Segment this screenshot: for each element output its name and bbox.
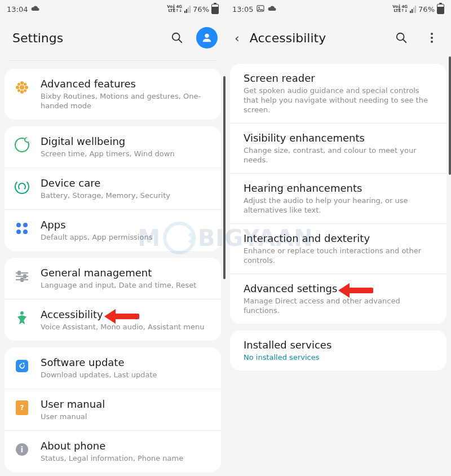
back-button[interactable]: ‹ xyxy=(232,31,242,45)
svg-point-6 xyxy=(16,86,19,89)
avatar-icon xyxy=(201,32,213,44)
svg-point-9 xyxy=(24,83,26,86)
row-title: Screen reader xyxy=(244,72,434,85)
settings-item-software-update[interactable]: Software update Download updates, Last u… xyxy=(5,347,221,389)
accessibility-item-visibility[interactable]: Visibility enhancements Change size, con… xyxy=(230,123,446,173)
row-title: Software update xyxy=(41,356,212,369)
search-button[interactable] xyxy=(390,27,413,49)
device-care-icon xyxy=(14,178,30,195)
software-update-icon xyxy=(14,358,30,374)
status-time: 13:04 xyxy=(7,5,28,14)
gear-flower-icon xyxy=(14,79,30,96)
status-time: 13:05 xyxy=(232,5,253,14)
callout-arrow-icon xyxy=(338,285,373,295)
accessibility-list: Screen reader Get spoken audio guidance … xyxy=(226,64,451,371)
accessibility-item-screen-reader[interactable]: Screen reader Get spoken audio guidance … xyxy=(230,64,446,123)
accessibility-screen: 13:05 Vo𝄞 4GLTE↑↓ 76% ‹ Accessibility xyxy=(226,0,451,476)
manual-icon: ? xyxy=(14,399,30,416)
row-subtitle: Screen time, App timers, Wind down xyxy=(41,149,212,158)
settings-card: Advanced features Bixby Routines, Motion… xyxy=(5,69,221,120)
info-icon: i xyxy=(14,441,30,458)
battery-percent: 76% xyxy=(418,5,435,14)
svg-point-13 xyxy=(259,7,260,8)
row-subtitle: Manage Direct access and other advanced … xyxy=(244,296,434,315)
row-subtitle: Adjust the audio to help your hearing, o… xyxy=(244,196,434,215)
svg-point-8 xyxy=(17,83,20,86)
settings-card: Software update Download updates, Last u… xyxy=(5,347,221,472)
row-title: Advanced settings xyxy=(244,283,337,295)
svg-point-11 xyxy=(24,89,26,92)
row-title: Device care xyxy=(41,177,212,189)
cloud-icon xyxy=(31,5,40,14)
row-subtitle: Bixby Routines, Motions and gestures, On… xyxy=(41,91,212,111)
accessibility-icon xyxy=(14,310,30,327)
row-subtitle: Default apps, App permissions xyxy=(41,232,212,242)
row-subtitle: User manual xyxy=(41,412,212,421)
battery-icon xyxy=(211,4,219,14)
settings-item-digital-wellbeing[interactable]: Digital wellbeing Screen time, App timer… xyxy=(5,126,221,168)
page-title: Accessibility xyxy=(250,31,326,45)
row-title: Accessibility xyxy=(41,308,103,321)
row-title: Visibility enhancements xyxy=(244,132,434,144)
settings-item-about-phone[interactable]: i About phone Status, Legal information,… xyxy=(5,430,221,472)
row-title: User manual xyxy=(41,398,212,411)
row-subtitle: Status, Legal information, Phone name xyxy=(41,453,212,463)
row-subtitle: Battery, Storage, Memory, Security xyxy=(41,191,212,200)
svg-line-1 xyxy=(179,39,182,43)
svg-point-4 xyxy=(20,81,24,85)
network-label: Vo𝄞 4GLTE↑↓ xyxy=(392,5,408,13)
accessibility-item-advanced-settings[interactable]: Advanced settings Manage Direct access a… xyxy=(230,274,446,324)
status-bar: 13:05 Vo𝄞 4GLTE↑↓ 76% xyxy=(226,0,451,16)
settings-screen: 13:04 Vo𝄞 4GLTE↑↓ 76% Settings xyxy=(0,0,226,476)
gallery-icon xyxy=(257,5,264,14)
profile-button[interactable] xyxy=(196,27,218,49)
svg-point-2 xyxy=(205,34,209,38)
row-subtitle: No installed services xyxy=(244,352,434,362)
accessibility-card: Screen reader Get spoken audio guidance … xyxy=(230,64,446,324)
accessibility-item-hearing[interactable]: Hearing enhancements Adjust the audio to… xyxy=(230,173,446,223)
more-button[interactable] xyxy=(421,27,443,49)
row-subtitle: Voice Assistant, Mono audio, Assistant m… xyxy=(41,322,212,332)
svg-point-7 xyxy=(25,86,28,89)
row-subtitle: Download updates, Last update xyxy=(41,370,212,380)
settings-list: Advanced features Bixby Routines, Motion… xyxy=(0,69,226,472)
svg-point-5 xyxy=(20,90,24,94)
apps-icon xyxy=(14,220,30,237)
settings-item-accessibility[interactable]: Accessibility Voice Assistant, Mono audi… xyxy=(5,299,221,341)
battery-icon xyxy=(437,4,444,14)
wellbeing-icon xyxy=(14,136,30,153)
settings-item-apps[interactable]: Apps Default apps, App permissions xyxy=(5,209,221,251)
row-title: Installed services xyxy=(244,339,434,351)
signal-icon xyxy=(184,6,191,13)
callout-arrow-icon xyxy=(104,311,139,321)
settings-card: General management Language and input, D… xyxy=(5,258,221,341)
page-title: Settings xyxy=(12,31,63,45)
search-icon xyxy=(395,32,408,44)
sliders-icon xyxy=(14,268,30,285)
row-title: Interaction and dexterity xyxy=(244,232,434,245)
row-title: Advanced features xyxy=(41,78,212,90)
status-bar: 13:04 Vo𝄞 4GLTE↑↓ 76% xyxy=(0,0,226,16)
settings-item-general-management[interactable]: General management Language and input, D… xyxy=(5,258,221,299)
settings-item-user-manual[interactable]: ? User manual User manual xyxy=(5,389,221,430)
accessibility-header: ‹ Accessibility xyxy=(226,16,451,60)
row-title: Hearing enhancements xyxy=(244,182,434,195)
scrollbar[interactable] xyxy=(449,56,451,175)
accessibility-item-installed-services[interactable]: Installed services No installed services xyxy=(230,330,446,371)
row-subtitle: Language and input, Date and time, Reset xyxy=(41,280,212,290)
settings-item-device-care[interactable]: Device care Battery, Storage, Memory, Se… xyxy=(5,168,221,209)
row-title: General management xyxy=(41,267,212,279)
settings-card: Digital wellbeing Screen time, App timer… xyxy=(5,126,221,251)
accessibility-card: Installed services No installed services xyxy=(230,330,446,371)
accessibility-item-interaction[interactable]: Interaction and dexterity Enhance or rep… xyxy=(230,223,446,274)
row-subtitle: Change size, contrast, and colour to mee… xyxy=(244,146,434,165)
network-label: Vo𝄞 4GLTE↑↓ xyxy=(167,5,182,13)
row-title: About phone xyxy=(41,440,212,452)
row-title: Apps xyxy=(41,219,212,231)
search-button[interactable] xyxy=(166,27,188,49)
search-icon xyxy=(171,32,183,44)
signal-icon xyxy=(410,6,416,13)
cloud-icon xyxy=(268,5,277,14)
battery-percent: 76% xyxy=(193,5,209,14)
settings-item-advanced-features[interactable]: Advanced features Bixby Routines, Motion… xyxy=(5,69,221,120)
